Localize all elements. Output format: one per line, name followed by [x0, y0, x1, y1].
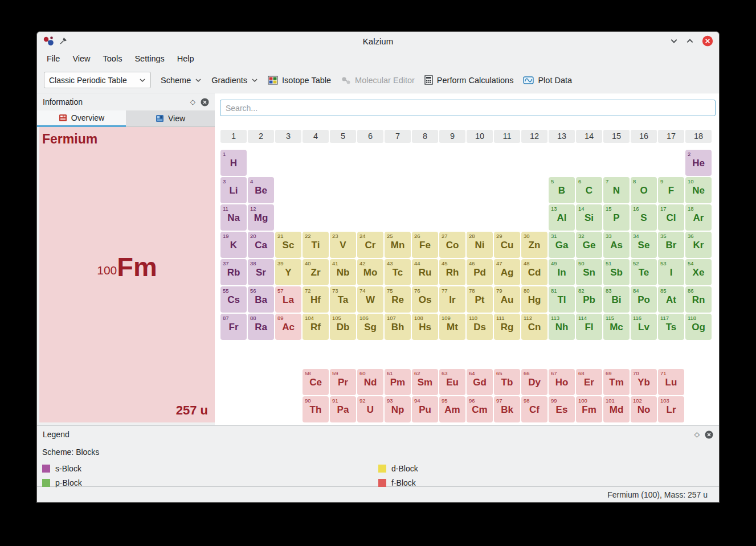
element-Mn[interactable]: 25Mn: [385, 232, 411, 258]
element-Te[interactable]: 52Te: [631, 259, 657, 285]
element-Fm[interactable]: 100Fm: [576, 396, 602, 422]
element-Bh[interactable]: 107Bh: [385, 314, 411, 340]
element-Fl[interactable]: 114Fl: [576, 314, 602, 340]
element-F[interactable]: 9F: [658, 177, 684, 203]
element-Ce[interactable]: 58Ce: [303, 369, 329, 395]
perform-calculations-button[interactable]: Perform Calculations: [424, 75, 514, 85]
element-K[interactable]: 19K: [220, 232, 247, 258]
element-Pt[interactable]: 78Pt: [467, 286, 493, 313]
element-Cs[interactable]: 55Cs: [220, 286, 247, 313]
element-Ca[interactable]: 20Ca: [248, 232, 274, 258]
element-Ts[interactable]: 117Ts: [658, 314, 684, 340]
element-Fr[interactable]: 87Fr: [220, 314, 247, 340]
element-Dy[interactable]: 66Dy: [521, 369, 547, 395]
element-Cl[interactable]: 17Cl: [658, 204, 684, 231]
element-Ru[interactable]: 44Ru: [412, 259, 438, 285]
shade-window-icon[interactable]: [670, 38, 678, 44]
element-S[interactable]: 16S: [631, 204, 657, 231]
float-legend-icon[interactable]: ◇: [694, 431, 700, 438]
element-Kr[interactable]: 36Kr: [685, 232, 712, 258]
element-Ir[interactable]: 77Ir: [439, 286, 465, 313]
element-Ti[interactable]: 22Ti: [303, 232, 329, 258]
element-Er[interactable]: 68Er: [576, 369, 602, 395]
element-Ba[interactable]: 56Ba: [248, 286, 274, 313]
element-Os[interactable]: 76Os: [412, 286, 438, 313]
element-Ra[interactable]: 88Ra: [248, 314, 274, 340]
element-Xe[interactable]: 54Xe: [685, 259, 712, 285]
element-Ds[interactable]: 110Ds: [467, 314, 493, 340]
element-Mo[interactable]: 42Mo: [357, 259, 383, 285]
element-W[interactable]: 74W: [357, 286, 383, 313]
element-Pm[interactable]: 61Pm: [385, 369, 411, 395]
menu-help[interactable]: Help: [171, 51, 201, 66]
element-Bi[interactable]: 83Bi: [603, 286, 630, 313]
element-Eu[interactable]: 63Eu: [439, 369, 465, 395]
element-Cn[interactable]: 112Cn: [521, 314, 547, 340]
element-Ho[interactable]: 67Ho: [549, 369, 575, 395]
element-Lu[interactable]: 71Lu: [658, 369, 684, 395]
element-Ge[interactable]: 32Ge: [576, 232, 602, 258]
element-Mc[interactable]: 115Mc: [603, 314, 630, 340]
tab-overview[interactable]: Overview: [37, 110, 126, 127]
element-Hg[interactable]: 80Hg: [521, 286, 547, 313]
element-Rg[interactable]: 111Rg: [494, 314, 520, 340]
element-Tb[interactable]: 65Tb: [494, 369, 520, 395]
element-Cm[interactable]: 96Cm: [467, 396, 493, 422]
element-Ne[interactable]: 10Ne: [685, 177, 712, 203]
element-Se[interactable]: 34Se: [631, 232, 657, 258]
element-Lv[interactable]: 116Lv: [631, 314, 657, 340]
element-Np[interactable]: 93Np: [385, 396, 411, 422]
element-Ag[interactable]: 47Ag: [494, 259, 520, 285]
scheme-dropdown[interactable]: Scheme: [161, 76, 202, 85]
menu-view[interactable]: View: [66, 51, 96, 66]
element-Yb[interactable]: 70Yb: [631, 369, 657, 395]
element-Ni[interactable]: 28Ni: [467, 232, 493, 258]
menu-file[interactable]: File: [40, 51, 66, 66]
element-Pu[interactable]: 94Pu: [412, 396, 438, 422]
element-Ga[interactable]: 31Ga: [549, 232, 575, 258]
element-Li[interactable]: 3Li: [220, 177, 247, 203]
element-Th[interactable]: 90Th: [303, 396, 329, 422]
element-Sc[interactable]: 21Sc: [275, 232, 301, 258]
plot-data-button[interactable]: Plot Data: [523, 76, 572, 85]
element-Sg[interactable]: 106Sg: [357, 314, 383, 340]
element-Sm[interactable]: 62Sm: [412, 369, 438, 395]
element-Rf[interactable]: 104Rf: [303, 314, 329, 340]
element-Sr[interactable]: 38Sr: [248, 259, 274, 285]
element-Ta[interactable]: 73Ta: [330, 286, 356, 313]
element-Be[interactable]: 4Be: [248, 177, 274, 203]
element-No[interactable]: 102No: [631, 396, 657, 422]
element-In[interactable]: 49In: [549, 259, 575, 285]
element-Ac[interactable]: 89Ac: [275, 314, 301, 340]
element-Lr[interactable]: 103Lr: [658, 396, 684, 422]
element-Tl[interactable]: 81Tl: [549, 286, 575, 313]
element-He[interactable]: 2He: [685, 150, 712, 176]
element-C[interactable]: 6C: [576, 177, 602, 203]
element-As[interactable]: 33As: [603, 232, 630, 258]
element-Na[interactable]: 11Na: [220, 204, 247, 231]
pin-icon[interactable]: [59, 36, 68, 46]
element-Pa[interactable]: 91Pa: [330, 396, 356, 422]
element-Og[interactable]: 118Og: [685, 314, 712, 340]
element-Co[interactable]: 27Co: [439, 232, 465, 258]
element-Sb[interactable]: 51Sb: [603, 259, 630, 285]
element-Rb[interactable]: 37Rb: [220, 259, 247, 285]
element-B[interactable]: 5B: [549, 177, 575, 203]
element-Nd[interactable]: 60Nd: [357, 369, 383, 395]
element-P[interactable]: 15P: [603, 204, 630, 231]
element-Cd[interactable]: 48Cd: [521, 259, 547, 285]
element-Pb[interactable]: 82Pb: [576, 286, 602, 313]
float-panel-icon[interactable]: ◇: [190, 98, 195, 105]
tab-view[interactable]: View: [126, 110, 215, 127]
element-Ar[interactable]: 18Ar: [685, 204, 712, 231]
element-Hs[interactable]: 108Hs: [412, 314, 438, 340]
element-Nh[interactable]: 113Nh: [549, 314, 575, 340]
close-window-button[interactable]: [702, 35, 713, 47]
element-Rn[interactable]: 86Rn: [685, 286, 712, 313]
element-Gd[interactable]: 64Gd: [467, 369, 493, 395]
element-Re[interactable]: 75Re: [385, 286, 411, 313]
element-N[interactable]: 7N: [603, 177, 630, 203]
element-V[interactable]: 23V: [330, 232, 356, 258]
close-legend-icon[interactable]: [705, 430, 713, 439]
table-type-select[interactable]: Classic Periodic Table: [44, 72, 151, 88]
